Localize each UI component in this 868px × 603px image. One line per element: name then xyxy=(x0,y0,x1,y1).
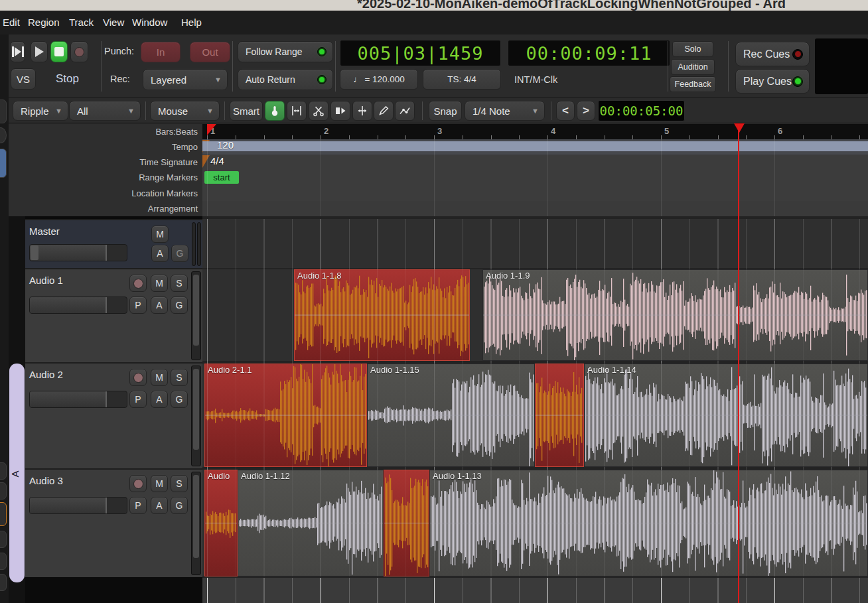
audio-region-audio-1-1-8[interactable]: Audio 1-1.8 xyxy=(294,269,470,361)
play-cues-button[interactable]: Play Cues xyxy=(735,69,810,94)
audio-region[interactable] xyxy=(384,470,429,576)
menu-region[interactable]: Region xyxy=(27,11,61,34)
edge-button-fragment[interactable] xyxy=(0,127,7,143)
edge-button-fragment[interactable] xyxy=(0,100,7,123)
transport-record-button[interactable] xyxy=(70,41,88,62)
primary-clock[interactable]: 005|03|1459 xyxy=(340,40,501,66)
automation-button[interactable]: A xyxy=(151,497,168,514)
audio-region-audio-1-1-14[interactable]: Audio 1-1.14 xyxy=(584,364,868,467)
gain-fader[interactable] xyxy=(29,497,127,514)
group-button[interactable]: G xyxy=(171,297,188,314)
edge-button-fragment[interactable] xyxy=(0,574,7,591)
tempo-button[interactable]: ♩ = 120.000 xyxy=(340,69,418,90)
stretch-tool-button[interactable] xyxy=(352,101,372,121)
edge-button-fragment[interactable] xyxy=(0,149,7,178)
start-range-marker[interactable]: start xyxy=(204,171,239,184)
group-button[interactable]: G xyxy=(171,245,188,262)
menu-window[interactable]: Window xyxy=(131,11,169,34)
audio-region-audio-1-1-9[interactable]: Audio 1-1.9 xyxy=(482,269,868,361)
record-mode-dropdown[interactable]: Layered▼ xyxy=(143,69,228,90)
edge-button-fragment[interactable] xyxy=(0,531,7,548)
time-signature-marker-icon[interactable] xyxy=(202,155,210,168)
track-scrollbar[interactable] xyxy=(191,271,201,360)
automation-button[interactable]: A xyxy=(151,297,168,314)
playlist-button[interactable]: P xyxy=(129,497,147,514)
transport-return-button[interactable] xyxy=(10,41,25,62)
edit-point-dropdown[interactable]: Mouse▼ xyxy=(150,101,220,121)
tempo-value[interactable]: 120 xyxy=(217,139,234,151)
group-button[interactable]: G xyxy=(171,391,188,408)
menu-edit[interactable]: Edit xyxy=(1,11,21,34)
automation-tool-button[interactable] xyxy=(395,101,415,121)
audition-tool-button[interactable] xyxy=(330,101,350,121)
audio-region-audio-1-1-15[interactable]: Audio 1-1.15 xyxy=(367,364,535,467)
track-scrollbar[interactable] xyxy=(191,472,201,575)
track-name[interactable]: Audio 3 xyxy=(29,475,63,486)
arrangement-ruler[interactable] xyxy=(202,201,868,216)
snap-mode-button[interactable]: Snap xyxy=(429,101,462,121)
scrollbar-thumb[interactable] xyxy=(193,275,199,346)
grid-dropdown[interactable]: 1/4 Note▼ xyxy=(465,101,545,121)
track-header-audio-3[interactable]: Audio 3MSPAG xyxy=(25,468,202,577)
track-name[interactable]: Audio 1 xyxy=(29,275,63,286)
rec-arm-button[interactable] xyxy=(129,369,147,386)
location-markers-ruler[interactable] xyxy=(202,185,868,201)
track-header-master[interactable]: MasterMAG xyxy=(25,219,202,268)
automation-button[interactable]: A xyxy=(151,391,168,408)
solo-button[interactable]: Solo xyxy=(672,41,713,57)
rec-arm-button[interactable] xyxy=(129,475,147,492)
editor-canvas[interactable]: Audio 1-1.8Audio 1-1.9Audio 2-1.1Audio 1… xyxy=(202,216,868,603)
audio-region[interactable] xyxy=(535,364,584,467)
playlist-button[interactable]: P xyxy=(129,391,147,408)
audio-region-audio[interactable]: Audio xyxy=(204,470,238,576)
nav-next-button[interactable]: > xyxy=(577,101,595,121)
group-button[interactable]: G xyxy=(171,497,188,514)
draw-tool-button[interactable] xyxy=(374,101,394,121)
menu-help[interactable]: Help xyxy=(180,11,203,34)
nav-previous-button[interactable]: < xyxy=(556,101,575,121)
sync-source-label[interactable]: INT/M-Clk xyxy=(514,74,557,85)
nudge-clock[interactable]: 00:00:05:00 xyxy=(598,100,685,121)
transport-play-button[interactable] xyxy=(31,41,48,62)
menu-view[interactable]: View xyxy=(102,11,125,34)
track-scrollbar[interactable] xyxy=(191,366,201,466)
transport-stop-button[interactable] xyxy=(50,41,68,62)
scrollbar-thumb[interactable] xyxy=(193,475,199,558)
mute-button[interactable]: M xyxy=(151,369,168,386)
audition-button[interactable]: Audition xyxy=(671,59,715,75)
punch-out-button[interactable]: Out xyxy=(190,42,230,62)
time-signature-value[interactable]: 4/4 xyxy=(210,155,224,167)
cut-tool-button[interactable] xyxy=(309,101,328,121)
time-signature-ruler[interactable]: 4/4 xyxy=(202,155,868,170)
audio-region-audio-1-1-13[interactable]: Audio 1-1.13 xyxy=(429,470,868,576)
range-markers-ruler[interactable]: start xyxy=(202,170,868,185)
auto-return-button[interactable]: Auto Return xyxy=(238,69,333,90)
secondary-clock[interactable]: 00:00:09:11 xyxy=(508,40,670,66)
ripple-scope-dropdown[interactable]: All▼ xyxy=(69,101,141,121)
scrollbar-thumb[interactable] xyxy=(193,369,199,450)
mini-timeline[interactable] xyxy=(815,38,868,94)
bars-beats-ruler[interactable]: 123456 xyxy=(202,124,868,139)
menu-track[interactable]: Track xyxy=(68,11,95,34)
playlist-button[interactable]: P xyxy=(129,297,147,314)
vs-button[interactable]: VS xyxy=(11,68,36,90)
solo-button[interactable]: S xyxy=(171,475,188,492)
solo-button[interactable]: S xyxy=(171,275,188,292)
gain-fader[interactable] xyxy=(29,391,127,408)
automation-button[interactable]: A xyxy=(151,245,169,262)
track-scrollbar[interactable] xyxy=(197,222,201,266)
mute-button[interactable]: M xyxy=(151,275,168,292)
audio-region-audio-1-1-12[interactable]: Audio 1-1.12 xyxy=(238,470,384,576)
grab-tool-button[interactable] xyxy=(265,101,285,121)
smart-mode-button[interactable]: Smart xyxy=(230,101,263,121)
gain-fader[interactable] xyxy=(29,244,127,261)
follow-range-button[interactable]: Follow Range xyxy=(238,41,333,62)
edge-button-fragment[interactable] xyxy=(0,502,7,526)
edge-button-fragment[interactable] xyxy=(0,462,7,480)
playhead-line[interactable] xyxy=(738,124,739,603)
titlebar[interactable]: *2025-02-10-MonAiken-demoOfTrackLockingW… xyxy=(0,0,868,11)
rec-cues-button[interactable]: Rec Cues xyxy=(735,42,810,66)
track-group-tab[interactable]: A xyxy=(9,364,25,582)
edge-button-fragment[interactable] xyxy=(0,482,7,500)
audio-region-audio-2-1-1[interactable]: Audio 2-1.1 xyxy=(204,364,367,467)
